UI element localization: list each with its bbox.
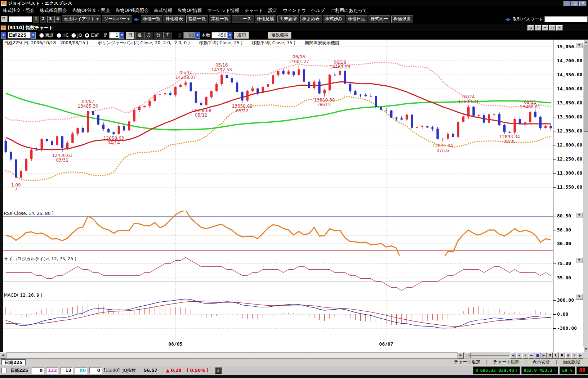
play-icon[interactable]: ▶: [541, 352, 547, 359]
footer-button-3[interactable]: 画面設定: [558, 359, 585, 365]
market-radio-JQ[interactable]: JQ: [71, 32, 82, 39]
symbol-combo[interactable]: 日経225 ▼: [8, 32, 36, 39]
toolbar-menu-button[interactable]: ツールバー▼: [102, 15, 132, 23]
bars-stepper[interactable]: 450 ▼: [211, 32, 232, 39]
r-button[interactable]: R: [559, 352, 565, 359]
market-radio-HC[interactable]: HC: [57, 32, 68, 39]
password-input[interactable]: [544, 16, 588, 22]
ashi-stepper[interactable]: 1 ▼: [109, 32, 124, 39]
axis-tick-mark: [553, 159, 556, 159]
menu-item-5[interactable]: 先物OP情報: [178, 8, 202, 14]
scroll-right-icon[interactable]: ▶: [458, 352, 464, 359]
menu-item-9[interactable]: ウィンドウ: [283, 8, 306, 14]
range-slider-track[interactable]: [468, 355, 509, 356]
footer-button-1[interactable]: チャート削除: [488, 359, 525, 365]
d-button[interactable]: D: [547, 352, 553, 359]
scroll-up-icon[interactable]: ▲: [583, 40, 588, 45]
period-button-週[interactable]: 週: [135, 32, 144, 39]
toolbar-collapse-icon[interactable]: ◀▶: [133, 17, 140, 21]
stop-icon[interactable]: ■: [535, 352, 540, 359]
ashi-spinner-icon[interactable]: ▼: [119, 32, 124, 39]
quick-button-10[interactable]: 株式同一: [369, 15, 390, 23]
period-button-T[interactable]: T: [163, 32, 172, 39]
menu-item-2[interactable]: 先物OP注文・照会: [72, 8, 110, 14]
collapse-up-icon[interactable]: ▲: [215, 367, 222, 374]
magnify-icon[interactable]: ⊕: [565, 352, 571, 359]
zoom-out-icon[interactable]: －: [522, 352, 528, 359]
close-icon[interactable]: ✕: [579, 1, 587, 6]
psychological-panel[interactable]: サイコロジカルライン( 12, 75, 25 ): [3, 256, 553, 293]
quick-button-9[interactable]: 株価日足: [346, 15, 368, 23]
quick-button-11[interactable]: 株価強度: [391, 15, 413, 23]
vertical-scroll-thumb[interactable]: [584, 45, 588, 132]
apply-button[interactable]: 適用: [234, 32, 249, 39]
period-button-日[interactable]: 日: [126, 32, 134, 39]
layout-menu-button[interactable]: 画面レイアウト▼: [62, 15, 101, 23]
page-button-1[interactable]: 1: [33, 16, 39, 23]
close-chart-icon[interactable]: ✕: [571, 352, 577, 359]
macd-panel[interactable]: MACD( 12, 26, 9 ): [3, 292, 553, 342]
quick-button-1[interactable]: 株価格表: [164, 15, 185, 23]
multi-symbol-button[interactable]: 複数銘柄: [268, 32, 291, 39]
market-radio-日経[interactable]: 日経: [85, 32, 99, 39]
panel-dropdown-icon-psych[interactable]: ▼: [575, 257, 583, 263]
panel-dropdown-icon-rsi[interactable]: ▼: [575, 212, 583, 218]
page-button-4[interactable]: 4: [54, 16, 61, 23]
l-button[interactable]: L: [553, 352, 559, 359]
jump-left-icon[interactable]: ◀: [510, 352, 516, 359]
footer-button-0[interactable]: チャート追加: [449, 359, 485, 365]
period-button-分[interactable]: 分: [154, 32, 162, 39]
quick-button-4[interactable]: ニュース: [232, 15, 254, 23]
symbol-dropdown-icon[interactable]: ▼: [31, 32, 36, 39]
fit-icon[interactable]: ↔: [529, 352, 534, 359]
quick-button-2[interactable]: 指数一覧: [186, 15, 208, 23]
page-button-3[interactable]: 3: [47, 16, 54, 23]
quick-button-3[interactable]: 業種一覧: [209, 15, 231, 23]
help-icon[interactable]: ?: [535, 25, 541, 31]
quick-button-5[interactable]: 株価急騰: [255, 15, 276, 23]
status-checkbox[interactable]: [1, 368, 7, 373]
cw-maximize-icon[interactable]: □: [549, 25, 556, 31]
menu-item-0[interactable]: 株式注文・照会: [3, 8, 35, 14]
quick-button-0[interactable]: 株価一覧: [141, 15, 162, 23]
minute-stepper[interactable]: 60 ▼: [183, 32, 200, 39]
bars-spinner-icon[interactable]: ▼: [227, 32, 232, 39]
password-collapse-icon[interactable]: ◀▶: [504, 17, 511, 21]
chart-tab-nikkei225[interactable]: 日経225: [1, 359, 26, 365]
panel-dropdown-icon-macd[interactable]: ▼: [575, 294, 583, 300]
menu-item-8[interactable]: 設定: [268, 8, 277, 14]
minute-spinner-icon[interactable]: ▼: [195, 32, 200, 39]
symbol-history-dropdown[interactable]: ▼: [1, 32, 6, 39]
menu-item-3[interactable]: 先物OP残高照会: [115, 8, 148, 14]
menu-item-10[interactable]: ヘルプ: [311, 8, 325, 14]
market-radio-東証[interactable]: 東証: [39, 32, 54, 39]
horizontal-scroll-track[interactable]: [6, 352, 458, 359]
scroll-down-icon[interactable]: ▼: [583, 347, 588, 352]
rsi-panel[interactable]: RSI( Close, 14, 25, 80 ): [3, 211, 553, 256]
jump-right-icon[interactable]: ▶: [578, 352, 583, 359]
footer-button-2[interactable]: 表示切替: [527, 359, 555, 365]
restore-icon[interactable]: ⊡: [527, 25, 534, 31]
quick-button-6[interactable]: 出来急増: [277, 15, 299, 23]
layout-name-input[interactable]: [9, 16, 32, 22]
layout-page-icon[interactable]: [1, 16, 8, 22]
menu-item-6[interactable]: マーケット情報: [207, 8, 239, 14]
page-button-2[interactable]: 2: [40, 16, 46, 23]
zoom-in-icon[interactable]: ＋: [516, 352, 522, 359]
price-chart-panel[interactable]: 日経225( 日, 2006/10/18 - 2008/08/15 ) ボリンジ…: [3, 40, 553, 211]
period-button-月[interactable]: 月: [144, 32, 153, 39]
vertical-scrollbar[interactable]: ▲ ▼: [583, 40, 588, 352]
quick-button-7[interactable]: 株まめ表: [300, 15, 322, 23]
cw-minimize-icon[interactable]: ─: [542, 25, 548, 31]
cw-close-icon[interactable]: ✕: [556, 25, 563, 31]
quick-button-8[interactable]: 株式歩み: [323, 15, 344, 23]
menu-item-11[interactable]: ご利用にあたって: [330, 8, 367, 14]
maximize-icon[interactable]: □: [571, 1, 579, 6]
menu-item-4[interactable]: 株式情報: [154, 8, 172, 14]
minimize-icon[interactable]: ─: [564, 1, 571, 6]
menu-item-1[interactable]: 株式残高照会: [40, 8, 67, 14]
footer-separator: |: [525, 360, 527, 365]
scroll-left-icon[interactable]: ◀: [0, 352, 6, 359]
panel-dropdown-icon-price[interactable]: ▼: [575, 42, 583, 48]
menu-item-7[interactable]: チャート: [245, 8, 263, 14]
